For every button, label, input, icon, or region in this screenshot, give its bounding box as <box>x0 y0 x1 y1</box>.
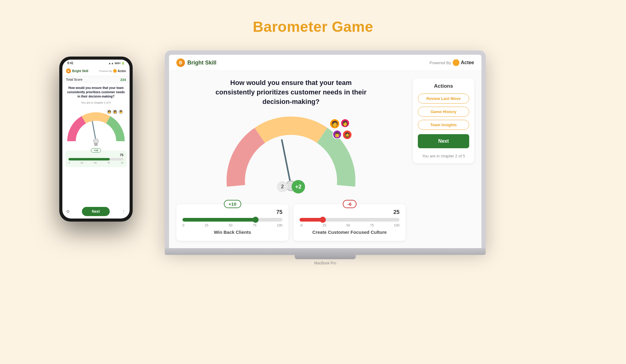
review-last-move-button[interactable]: Review Last Move <box>418 94 469 104</box>
phone-brand-name: Bright Skill <box>72 69 88 73</box>
powered-by-label: Powered By <box>429 61 451 65</box>
gauge-chapter-number: 2 <box>277 181 288 192</box>
tick-100: 100 <box>277 223 282 227</box>
phone-powered-label: Powered By <box>99 70 112 72</box>
phone-progress-fill <box>68 158 110 160</box>
phone-score-label: Total Score <box>66 78 83 82</box>
brand-icon: B <box>176 58 185 67</box>
avatar-group-1: 🧑 <box>330 119 340 129</box>
tick-75: 75 <box>370 223 374 227</box>
tick-25: 25 <box>80 161 83 164</box>
customer-culture-fill <box>300 218 325 222</box>
laptop-progress-section: +10 75 0 25 50 <box>176 204 406 241</box>
tick-25: 25 <box>322 223 326 227</box>
phone-progress-ticks: 0 25 50 75 10 <box>68 161 123 164</box>
tick-75: 75 <box>107 161 110 164</box>
actions-sidebar: Actions Review Last Move Game History Te… <box>413 78 474 241</box>
team-insights-button[interactable]: Team Insights <box>418 120 469 130</box>
laptop-body: B Bright Skill Powered By Actee <box>165 50 486 248</box>
laptop-screen: B Bright Skill Powered By Actee <box>169 55 481 248</box>
more-icon[interactable]: ⋮ <box>122 209 126 214</box>
customer-culture-track <box>300 218 400 222</box>
phone-powered-by: Powered By Actee <box>99 69 126 73</box>
win-back-clients-card: +10 75 0 25 50 <box>176 204 289 241</box>
laptop-stand <box>295 255 356 259</box>
phone-status-bar: 9:41 ▲▲ WiFi 🔋 <box>62 60 130 66</box>
page-title: Barometer Game <box>253 18 373 35</box>
tick-0: 0 <box>182 223 184 227</box>
customer-culture-card: -6 25 -6 25 50 <box>293 204 406 241</box>
phone-actee-name: Actee <box>118 69 126 73</box>
tick-75: 75 <box>253 223 256 227</box>
brand-name: Bright Skill <box>187 60 216 66</box>
phone-progress-section: +10 75 0 25 50 75 10 <box>62 149 130 169</box>
win-back-clients-label: Win Back Clients <box>182 230 282 235</box>
phone-question: How would you ensure that your team cons… <box>62 83 130 101</box>
tick-0: 0 <box>68 161 70 164</box>
brand-logo: B Bright Skill <box>176 58 216 67</box>
customer-culture-value: 25 <box>300 209 400 215</box>
customer-culture-badge: -6 <box>343 200 356 208</box>
phone-body: 9:41 ▲▲ WiFi 🔋 B Bright Skill Powered By <box>59 57 133 222</box>
phone-brand-icon: B <box>66 68 71 73</box>
tick-neg6: -6 <box>300 223 303 227</box>
phone-brand: B Bright Skill <box>66 68 88 73</box>
phone-next-button[interactable]: Next <box>82 207 109 216</box>
phone-score-bar: Total Score 234 <box>62 76 130 83</box>
svg-line-2 <box>282 140 291 186</box>
win-back-clients-fill <box>182 218 257 222</box>
gauge-bottom-labels: 2 +2 <box>277 180 305 193</box>
phone-screen: 9:41 ▲▲ WiFi 🔋 B Bright Skill Powered By <box>62 60 130 219</box>
svg-line-0 <box>92 121 96 141</box>
laptop-question: How would you ensure that your team cons… <box>215 78 367 106</box>
phone-gauge: 🧑 👩 👨 50 <box>62 106 130 149</box>
avatar-3: 👨 <box>118 109 123 115</box>
avatar-group-3: 👨 <box>333 130 342 139</box>
phone-progress-track <box>68 158 123 160</box>
tick-25: 25 <box>205 223 208 227</box>
win-back-clients-ticks: 0 25 50 75 100 <box>182 223 282 227</box>
win-back-clients-dot <box>252 217 259 223</box>
phone-avatars: 🧑 👩 👨 <box>106 109 123 115</box>
gear-icon[interactable]: ⚙ <box>66 209 70 214</box>
avatar-group-2: 👩 <box>341 119 350 128</box>
laptop-brand-label: MacBook Pro <box>165 259 486 267</box>
win-back-clients-badge: +10 <box>224 200 241 208</box>
app-main: How would you ensure that your team cons… <box>169 71 481 248</box>
powered-by: Powered By Actee <box>429 59 474 66</box>
phone-progress-card: +10 75 0 25 50 75 10 <box>65 151 127 167</box>
phone-score-value: 234 <box>120 78 126 82</box>
customer-culture-label: Create Customer Focused Culture <box>300 230 400 235</box>
tick-100: 10 <box>121 161 123 164</box>
avatar-1: 🧑 <box>106 109 112 115</box>
phone-gauge-center-value: 50 <box>94 143 98 146</box>
phone-actee-icon <box>113 69 117 73</box>
tick-100: 100 <box>394 223 400 227</box>
win-back-clients-value: 75 <box>182 209 282 215</box>
phone-status-icons: ▲▲ WiFi 🔋 <box>108 62 125 65</box>
phone-bottom-bar: ⚙ Next ⋮ <box>62 204 130 219</box>
gauge-plus-badge: +2 <box>292 180 305 193</box>
win-back-clients-track <box>182 218 282 222</box>
tick-50: 50 <box>94 161 97 164</box>
avatar-2: 👩 <box>112 109 118 115</box>
phone-chapter-info: You are in chapter 2 of 5 <box>62 101 130 106</box>
phone-header: B Bright Skill Powered By Actee <box>62 66 130 76</box>
devices-container: 9:41 ▲▲ WiFi 🔋 B Bright Skill Powered By <box>99 50 527 267</box>
laptop-gauge: 🧑 👩 👨 🧔 2 +2 <box>221 112 361 198</box>
actions-box: Actions Review Last Move Game History Te… <box>413 78 474 163</box>
actions-title: Actions <box>418 83 469 89</box>
actee-icon <box>453 59 459 66</box>
customer-culture-ticks: -6 25 50 75 100 <box>300 223 400 227</box>
customer-culture-dot <box>320 217 326 223</box>
actee-name: Actee <box>461 60 474 65</box>
phone-progress-badge: +10 <box>91 148 101 153</box>
app-header: B Bright Skill Powered By Actee <box>169 55 481 71</box>
avatar-group-4: 🧔 <box>342 130 352 140</box>
phone-device: 9:41 ▲▲ WiFi 🔋 B Bright Skill Powered By <box>59 57 133 222</box>
laptop-chapter-info: You are in chapter 2 of 5 <box>418 154 469 158</box>
laptop-next-button[interactable]: Next <box>418 134 469 148</box>
actee-logo: Actee <box>453 59 474 66</box>
laptop-device: B Bright Skill Powered By Actee <box>165 50 486 267</box>
game-history-button[interactable]: Game History <box>418 107 469 117</box>
